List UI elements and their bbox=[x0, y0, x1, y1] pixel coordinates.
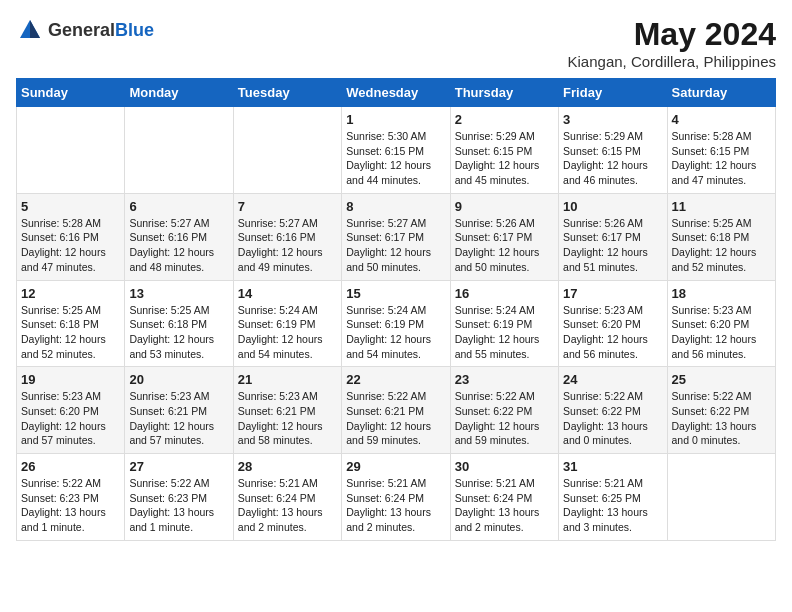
day-number: 16 bbox=[455, 286, 554, 301]
day-info: Sunrise: 5:23 AM Sunset: 6:20 PM Dayligh… bbox=[563, 303, 662, 362]
calendar-day-cell: 9Sunrise: 5:26 AM Sunset: 6:17 PM Daylig… bbox=[450, 193, 558, 280]
calendar-day-cell bbox=[233, 107, 341, 194]
day-number: 28 bbox=[238, 459, 337, 474]
day-number: 23 bbox=[455, 372, 554, 387]
weekday-header-sunday: Sunday bbox=[17, 79, 125, 107]
day-number: 22 bbox=[346, 372, 445, 387]
day-number: 3 bbox=[563, 112, 662, 127]
day-info: Sunrise: 5:29 AM Sunset: 6:15 PM Dayligh… bbox=[563, 129, 662, 188]
day-info: Sunrise: 5:30 AM Sunset: 6:15 PM Dayligh… bbox=[346, 129, 445, 188]
calendar-week-row: 5Sunrise: 5:28 AM Sunset: 6:16 PM Daylig… bbox=[17, 193, 776, 280]
calendar-day-cell: 15Sunrise: 5:24 AM Sunset: 6:19 PM Dayli… bbox=[342, 280, 450, 367]
day-info: Sunrise: 5:25 AM Sunset: 6:18 PM Dayligh… bbox=[129, 303, 228, 362]
title-block: May 2024 Kiangan, Cordillera, Philippine… bbox=[568, 16, 776, 70]
weekday-header-saturday: Saturday bbox=[667, 79, 775, 107]
day-number: 12 bbox=[21, 286, 120, 301]
day-info: Sunrise: 5:27 AM Sunset: 6:16 PM Dayligh… bbox=[129, 216, 228, 275]
calendar-day-cell: 20Sunrise: 5:23 AM Sunset: 6:21 PM Dayli… bbox=[125, 367, 233, 454]
day-info: Sunrise: 5:26 AM Sunset: 6:17 PM Dayligh… bbox=[563, 216, 662, 275]
calendar-day-cell: 31Sunrise: 5:21 AM Sunset: 6:25 PM Dayli… bbox=[559, 454, 667, 541]
day-number: 15 bbox=[346, 286, 445, 301]
day-number: 4 bbox=[672, 112, 771, 127]
calendar-day-cell: 18Sunrise: 5:23 AM Sunset: 6:20 PM Dayli… bbox=[667, 280, 775, 367]
day-number: 31 bbox=[563, 459, 662, 474]
day-info: Sunrise: 5:23 AM Sunset: 6:20 PM Dayligh… bbox=[672, 303, 771, 362]
calendar-day-cell: 11Sunrise: 5:25 AM Sunset: 6:18 PM Dayli… bbox=[667, 193, 775, 280]
day-number: 24 bbox=[563, 372, 662, 387]
page-header: GeneralBlue May 2024 Kiangan, Cordillera… bbox=[16, 16, 776, 70]
day-number: 17 bbox=[563, 286, 662, 301]
day-info: Sunrise: 5:21 AM Sunset: 6:25 PM Dayligh… bbox=[563, 476, 662, 535]
calendar-week-row: 19Sunrise: 5:23 AM Sunset: 6:20 PM Dayli… bbox=[17, 367, 776, 454]
day-number: 25 bbox=[672, 372, 771, 387]
calendar-week-row: 26Sunrise: 5:22 AM Sunset: 6:23 PM Dayli… bbox=[17, 454, 776, 541]
day-info: Sunrise: 5:24 AM Sunset: 6:19 PM Dayligh… bbox=[455, 303, 554, 362]
day-info: Sunrise: 5:28 AM Sunset: 6:16 PM Dayligh… bbox=[21, 216, 120, 275]
calendar-day-cell: 10Sunrise: 5:26 AM Sunset: 6:17 PM Dayli… bbox=[559, 193, 667, 280]
calendar-day-cell: 4Sunrise: 5:28 AM Sunset: 6:15 PM Daylig… bbox=[667, 107, 775, 194]
day-number: 7 bbox=[238, 199, 337, 214]
calendar-day-cell: 2Sunrise: 5:29 AM Sunset: 6:15 PM Daylig… bbox=[450, 107, 558, 194]
day-info: Sunrise: 5:22 AM Sunset: 6:22 PM Dayligh… bbox=[455, 389, 554, 448]
calendar-day-cell: 30Sunrise: 5:21 AM Sunset: 6:24 PM Dayli… bbox=[450, 454, 558, 541]
calendar-day-cell bbox=[17, 107, 125, 194]
calendar-title: May 2024 bbox=[568, 16, 776, 53]
day-number: 26 bbox=[21, 459, 120, 474]
calendar-day-cell: 13Sunrise: 5:25 AM Sunset: 6:18 PM Dayli… bbox=[125, 280, 233, 367]
day-number: 11 bbox=[672, 199, 771, 214]
logo-blue: Blue bbox=[115, 20, 154, 40]
calendar-week-row: 1Sunrise: 5:30 AM Sunset: 6:15 PM Daylig… bbox=[17, 107, 776, 194]
day-number: 27 bbox=[129, 459, 228, 474]
day-info: Sunrise: 5:29 AM Sunset: 6:15 PM Dayligh… bbox=[455, 129, 554, 188]
day-number: 14 bbox=[238, 286, 337, 301]
weekday-header-row: SundayMondayTuesdayWednesdayThursdayFrid… bbox=[17, 79, 776, 107]
day-info: Sunrise: 5:22 AM Sunset: 6:22 PM Dayligh… bbox=[672, 389, 771, 448]
calendar-day-cell bbox=[667, 454, 775, 541]
day-info: Sunrise: 5:21 AM Sunset: 6:24 PM Dayligh… bbox=[238, 476, 337, 535]
day-info: Sunrise: 5:22 AM Sunset: 6:21 PM Dayligh… bbox=[346, 389, 445, 448]
calendar-day-cell: 25Sunrise: 5:22 AM Sunset: 6:22 PM Dayli… bbox=[667, 367, 775, 454]
logo-general: General bbox=[48, 20, 115, 40]
day-number: 5 bbox=[21, 199, 120, 214]
calendar-day-cell bbox=[125, 107, 233, 194]
calendar-subtitle: Kiangan, Cordillera, Philippines bbox=[568, 53, 776, 70]
day-number: 8 bbox=[346, 199, 445, 214]
day-info: Sunrise: 5:24 AM Sunset: 6:19 PM Dayligh… bbox=[346, 303, 445, 362]
day-info: Sunrise: 5:26 AM Sunset: 6:17 PM Dayligh… bbox=[455, 216, 554, 275]
logo: GeneralBlue bbox=[16, 16, 154, 44]
calendar-header: SundayMondayTuesdayWednesdayThursdayFrid… bbox=[17, 79, 776, 107]
calendar-day-cell: 21Sunrise: 5:23 AM Sunset: 6:21 PM Dayli… bbox=[233, 367, 341, 454]
day-number: 21 bbox=[238, 372, 337, 387]
day-info: Sunrise: 5:25 AM Sunset: 6:18 PM Dayligh… bbox=[21, 303, 120, 362]
day-info: Sunrise: 5:27 AM Sunset: 6:16 PM Dayligh… bbox=[238, 216, 337, 275]
weekday-header-monday: Monday bbox=[125, 79, 233, 107]
calendar-day-cell: 5Sunrise: 5:28 AM Sunset: 6:16 PM Daylig… bbox=[17, 193, 125, 280]
calendar-table: SundayMondayTuesdayWednesdayThursdayFrid… bbox=[16, 78, 776, 541]
day-info: Sunrise: 5:22 AM Sunset: 6:22 PM Dayligh… bbox=[563, 389, 662, 448]
calendar-body: 1Sunrise: 5:30 AM Sunset: 6:15 PM Daylig… bbox=[17, 107, 776, 541]
svg-marker-1 bbox=[30, 20, 40, 38]
logo-wordmark: GeneralBlue bbox=[48, 20, 154, 41]
calendar-day-cell: 27Sunrise: 5:22 AM Sunset: 6:23 PM Dayli… bbox=[125, 454, 233, 541]
day-info: Sunrise: 5:25 AM Sunset: 6:18 PM Dayligh… bbox=[672, 216, 771, 275]
day-number: 18 bbox=[672, 286, 771, 301]
day-info: Sunrise: 5:23 AM Sunset: 6:20 PM Dayligh… bbox=[21, 389, 120, 448]
calendar-day-cell: 26Sunrise: 5:22 AM Sunset: 6:23 PM Dayli… bbox=[17, 454, 125, 541]
day-info: Sunrise: 5:23 AM Sunset: 6:21 PM Dayligh… bbox=[129, 389, 228, 448]
calendar-day-cell: 14Sunrise: 5:24 AM Sunset: 6:19 PM Dayli… bbox=[233, 280, 341, 367]
calendar-week-row: 12Sunrise: 5:25 AM Sunset: 6:18 PM Dayli… bbox=[17, 280, 776, 367]
calendar-day-cell: 23Sunrise: 5:22 AM Sunset: 6:22 PM Dayli… bbox=[450, 367, 558, 454]
day-number: 2 bbox=[455, 112, 554, 127]
day-info: Sunrise: 5:22 AM Sunset: 6:23 PM Dayligh… bbox=[21, 476, 120, 535]
day-number: 13 bbox=[129, 286, 228, 301]
calendar-day-cell: 8Sunrise: 5:27 AM Sunset: 6:17 PM Daylig… bbox=[342, 193, 450, 280]
calendar-day-cell: 12Sunrise: 5:25 AM Sunset: 6:18 PM Dayli… bbox=[17, 280, 125, 367]
calendar-day-cell: 6Sunrise: 5:27 AM Sunset: 6:16 PM Daylig… bbox=[125, 193, 233, 280]
calendar-day-cell: 16Sunrise: 5:24 AM Sunset: 6:19 PM Dayli… bbox=[450, 280, 558, 367]
weekday-header-friday: Friday bbox=[559, 79, 667, 107]
day-number: 1 bbox=[346, 112, 445, 127]
day-info: Sunrise: 5:21 AM Sunset: 6:24 PM Dayligh… bbox=[346, 476, 445, 535]
calendar-day-cell: 3Sunrise: 5:29 AM Sunset: 6:15 PM Daylig… bbox=[559, 107, 667, 194]
calendar-day-cell: 19Sunrise: 5:23 AM Sunset: 6:20 PM Dayli… bbox=[17, 367, 125, 454]
day-number: 20 bbox=[129, 372, 228, 387]
